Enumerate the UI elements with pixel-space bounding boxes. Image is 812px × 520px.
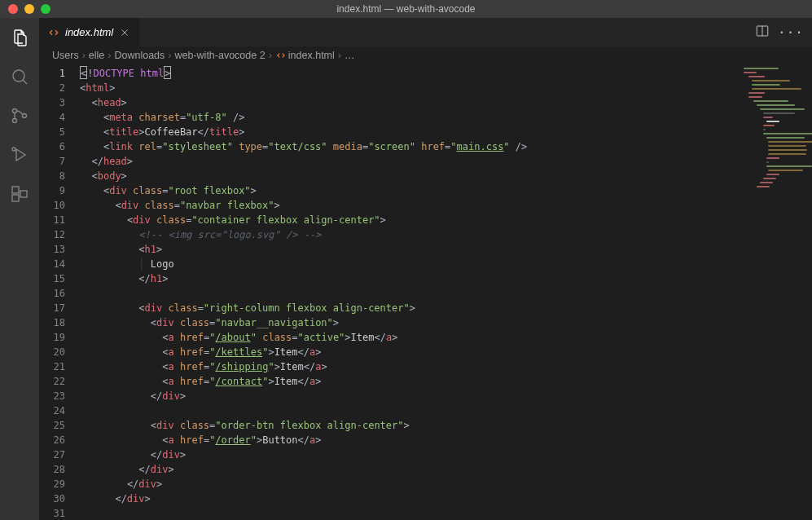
minimap[interactable]	[739, 64, 812, 520]
tabbar: index.html ···	[39, 18, 812, 46]
svg-rect-7	[20, 191, 27, 197]
tab-close-icon[interactable]	[118, 26, 131, 39]
svg-point-3	[23, 114, 27, 118]
debug-activity-icon[interactable]	[8, 143, 31, 166]
code-area[interactable]: <!DOCTYPE html><html> <head> <meta chars…	[80, 64, 739, 520]
activity-bar	[0, 18, 39, 520]
zoom-window-button[interactable]	[41, 4, 50, 14]
crumb-users[interactable]: Users	[52, 50, 79, 61]
svg-point-2	[13, 119, 17, 123]
close-window-button[interactable]	[8, 4, 18, 14]
breadcrumb: Users› elle› Downloads› web-with-avocode…	[39, 46, 812, 64]
tab-label: index.html	[65, 26, 113, 38]
window-titlebar: index.html — web-with-avocode	[0, 0, 812, 18]
editor-group: index.html ··· Users› elle› Downloads›	[39, 18, 812, 520]
explorer-activity-icon[interactable]	[8, 26, 31, 49]
search-activity-icon[interactable]	[8, 65, 31, 88]
editor[interactable]: 1234567891011121314151617181920212223242…	[39, 64, 812, 520]
line-number-gutter: 1234567891011121314151617181920212223242…	[39, 64, 80, 520]
html-file-icon	[275, 50, 287, 61]
tab-index-html[interactable]: index.html	[39, 18, 140, 46]
minimize-window-button[interactable]	[24, 4, 34, 14]
extensions-activity-icon[interactable]	[8, 183, 31, 205]
crumb-elle[interactable]: elle	[89, 50, 104, 61]
svg-point-1	[13, 109, 17, 113]
svg-rect-5	[12, 187, 19, 193]
crumb-file[interactable]: index.html	[275, 50, 335, 62]
crumb-project[interactable]: web-with-avocode 2	[174, 50, 265, 61]
crumb-tail[interactable]: …	[345, 50, 355, 61]
svg-point-0	[13, 70, 24, 82]
svg-point-4	[12, 148, 15, 151]
more-actions-icon[interactable]: ···	[778, 24, 804, 40]
traffic-lights	[8, 4, 50, 14]
window-title: index.html — web-with-avocode	[0, 3, 812, 15]
source-control-activity-icon[interactable]	[8, 104, 31, 127]
split-editor-icon[interactable]	[755, 24, 770, 42]
svg-rect-6	[12, 195, 19, 201]
vscode-window: index.html — web-with-avocode	[0, 0, 812, 520]
crumb-downloads[interactable]: Downloads	[114, 50, 165, 61]
html-file-icon	[47, 26, 60, 39]
